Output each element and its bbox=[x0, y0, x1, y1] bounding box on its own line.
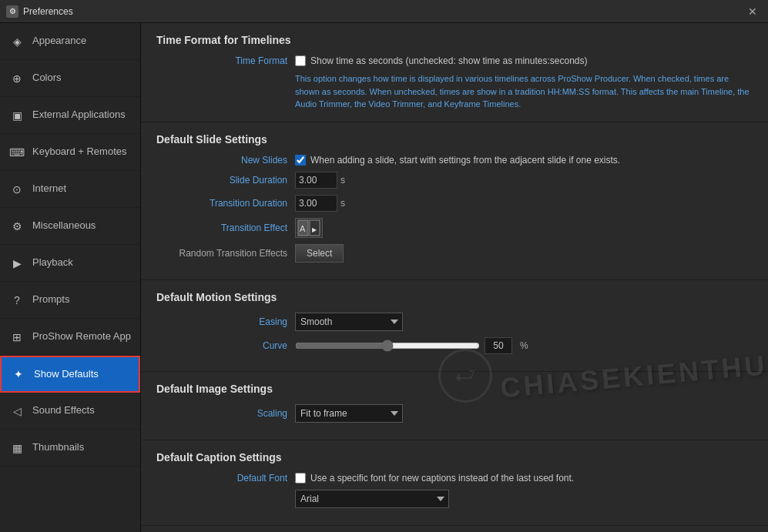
sidebar-item-thumbnails[interactable]: ▦ Thumbnails bbox=[0, 430, 140, 467]
sidebar-item-label-sound-effects: Sound Effects bbox=[32, 404, 95, 417]
scaling-row: Scaling Fit to frame Fill frame Stretch … bbox=[156, 404, 753, 423]
section-time-format: Time Format for Timelines Time Format Sh… bbox=[141, 23, 768, 122]
sidebar-item-label-keyboard-remotes: Keyboard + Remotes bbox=[32, 146, 126, 159]
sidebar-item-label-colors: Colors bbox=[32, 72, 62, 85]
transition-effect-row: Transition Effect A ▶ bbox=[156, 218, 753, 238]
close-button[interactable]: ✕ bbox=[743, 4, 762, 19]
sidebar-item-prompts[interactable]: ? Prompts bbox=[0, 282, 140, 319]
sidebar-item-label-appearance: Appearance bbox=[32, 35, 86, 48]
sidebar-item-label-prompts: Prompts bbox=[32, 293, 69, 306]
new-slides-row: New Slides When adding a slide, start wi… bbox=[156, 155, 753, 166]
new-slides-checkbox-wrapper: When adding a slide, start with settings… bbox=[295, 155, 620, 166]
sidebar-item-sound-effects[interactable]: ◁ Sound Effects bbox=[0, 393, 140, 430]
proshow-remote-icon: ⊞ bbox=[9, 330, 25, 345]
playback-icon: ▶ bbox=[9, 256, 25, 271]
section-default-motion: Default Motion Settings Easing Smooth Li… bbox=[141, 280, 768, 372]
time-format-label: Time Format bbox=[156, 55, 287, 66]
transition-effect-label: Transition Effect bbox=[156, 223, 287, 233]
transition-duration-label: Transition Duration bbox=[156, 198, 287, 209]
app-icon: ⚙ bbox=[6, 5, 18, 18]
default-font-checkbox-label: Use a specific font for new captions ins… bbox=[310, 473, 574, 483]
section-title-time-format: Time Format for Timelines bbox=[156, 34, 753, 46]
sidebar-item-miscellaneous[interactable]: ⚙ Miscellaneous bbox=[0, 208, 140, 245]
sidebar-item-keyboard-remotes[interactable]: ⌨ Keyboard + Remotes bbox=[0, 134, 140, 171]
random-transition-label: Random Transition Effects bbox=[156, 248, 287, 259]
random-transition-row: Random Transition Effects Select bbox=[156, 244, 753, 263]
curve-slider[interactable] bbox=[295, 339, 480, 353]
sound-effects-icon: ◁ bbox=[9, 403, 25, 419]
curve-label: Curve bbox=[156, 340, 287, 351]
thumbnails-icon: ▦ bbox=[9, 440, 25, 456]
font-select-row: Arial Times New Roman Calibri Verdana bbox=[156, 490, 753, 508]
easing-row: Easing Smooth Linear Ease In Ease Out bbox=[156, 313, 753, 331]
transition-duration-row: Transition Duration s bbox=[156, 195, 753, 212]
sidebar-item-internet[interactable]: ⊙ Internet bbox=[0, 171, 140, 208]
slide-duration-row: Slide Duration s bbox=[156, 172, 753, 189]
sidebar-item-label-playback: Playback bbox=[32, 256, 73, 269]
time-format-checkbox-label: Show time as seconds (unchecked: show ti… bbox=[310, 55, 588, 66]
main-layout: ◈ Appearance ⊕ Colors ▣ External Applica… bbox=[0, 23, 768, 532]
transition-duration-unit: s bbox=[340, 198, 345, 209]
miscellaneous-icon: ⚙ bbox=[9, 219, 25, 234]
scaling-label: Scaling bbox=[156, 408, 287, 419]
default-font-row: Default Font Use a specific font for new… bbox=[156, 473, 753, 483]
sidebar: ◈ Appearance ⊕ Colors ▣ External Applica… bbox=[0, 23, 141, 532]
slide-duration-unit: s bbox=[340, 175, 345, 186]
sidebar-item-label-external-applications: External Applications bbox=[32, 109, 126, 122]
font-dropdown[interactable]: Arial Times New Roman Calibri Verdana bbox=[295, 490, 449, 508]
internet-icon: ⊙ bbox=[9, 182, 25, 197]
curve-value-input[interactable] bbox=[485, 337, 512, 354]
svg-text:▶: ▶ bbox=[312, 226, 317, 233]
sidebar-item-label-thumbnails: Thumbnails bbox=[32, 441, 84, 454]
easing-label: Easing bbox=[156, 316, 287, 327]
external-applications-icon: ▣ bbox=[9, 108, 25, 123]
slide-duration-label: Slide Duration bbox=[156, 175, 287, 186]
title-bar: ⚙ Preferences ✕ bbox=[0, 0, 768, 23]
time-format-checkbox-wrapper: Show time as seconds (unchecked: show ti… bbox=[295, 55, 588, 66]
new-slides-checkbox[interactable] bbox=[295, 155, 306, 166]
transition-duration-input[interactable] bbox=[295, 195, 337, 212]
appearance-icon: ◈ bbox=[9, 34, 25, 49]
default-font-checkbox[interactable] bbox=[295, 473, 306, 483]
sidebar-item-colors[interactable]: ⊕ Colors bbox=[0, 60, 140, 97]
colors-icon: ⊕ bbox=[9, 71, 25, 86]
keyboard-icon: ⌨ bbox=[9, 145, 25, 160]
curve-row: Curve % bbox=[156, 337, 753, 354]
section-title-default-image: Default Image Settings bbox=[156, 383, 753, 395]
default-font-checkbox-wrapper: Use a specific font for new captions ins… bbox=[295, 473, 574, 483]
section-title-default-caption: Default Caption Settings bbox=[156, 451, 753, 463]
sidebar-item-label-internet: Internet bbox=[32, 182, 66, 196]
prompts-icon: ? bbox=[9, 293, 25, 308]
curve-unit: % bbox=[520, 340, 528, 351]
time-format-info-text: This option changes how time is displaye… bbox=[295, 72, 753, 111]
select-transition-button[interactable]: Select bbox=[295, 244, 344, 263]
sidebar-item-label-miscellaneous: Miscellaneous bbox=[32, 219, 96, 233]
time-format-checkbox[interactable] bbox=[295, 55, 306, 66]
sidebar-item-proshow-remote-app[interactable]: ⊞ ProShow Remote App bbox=[0, 319, 140, 356]
slide-duration-input[interactable] bbox=[295, 172, 337, 189]
sidebar-item-label-show-defaults: Show Defaults bbox=[34, 368, 99, 381]
transition-effect-preview[interactable]: A ▶ bbox=[295, 218, 323, 238]
section-default-image: Default Image Settings Scaling Fit to fr… bbox=[141, 372, 768, 440]
section-title-default-motion: Default Motion Settings bbox=[156, 291, 753, 303]
show-defaults-icon: ✦ bbox=[11, 366, 26, 382]
sidebar-item-playback[interactable]: ▶ Playback bbox=[0, 245, 140, 282]
sidebar-item-label-proshow-remote-app: ProShow Remote App bbox=[32, 330, 131, 343]
default-font-label: Default Font bbox=[156, 473, 287, 483]
time-format-row: Time Format Show time as seconds (unchec… bbox=[156, 55, 753, 66]
new-slides-checkbox-label: When adding a slide, start with settings… bbox=[310, 155, 620, 166]
section-default-slide: Default Slide Settings New Slides When a… bbox=[141, 122, 768, 280]
section-title-default-slide: Default Slide Settings bbox=[156, 133, 753, 146]
content-area: Time Format for Timelines Time Format Sh… bbox=[141, 23, 768, 532]
section-default-caption: Default Caption Settings Default Font Us… bbox=[141, 440, 768, 526]
svg-text:A: A bbox=[300, 224, 306, 233]
curve-control: % bbox=[295, 337, 528, 354]
new-slides-label: New Slides bbox=[156, 155, 287, 166]
sidebar-item-show-defaults[interactable]: ✦ Show Defaults bbox=[0, 356, 140, 393]
title-bar-title: Preferences bbox=[23, 6, 743, 17]
sidebar-item-appearance[interactable]: ◈ Appearance bbox=[0, 23, 140, 60]
sidebar-item-external-applications[interactable]: ▣ External Applications bbox=[0, 97, 140, 134]
easing-dropdown[interactable]: Smooth Linear Ease In Ease Out bbox=[295, 313, 403, 331]
scaling-dropdown[interactable]: Fit to frame Fill frame Stretch to frame… bbox=[295, 404, 403, 423]
